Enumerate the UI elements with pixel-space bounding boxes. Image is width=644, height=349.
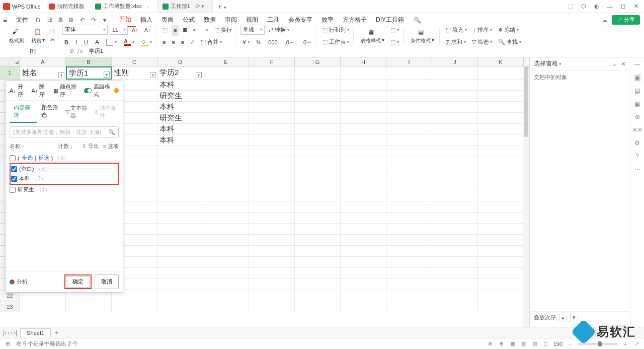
cell[interactable]: [66, 301, 112, 312]
cell[interactable]: [249, 91, 295, 102]
cell[interactable]: [203, 146, 249, 157]
cell[interactable]: [295, 168, 341, 179]
cell[interactable]: [249, 201, 295, 213]
cell[interactable]: [386, 235, 432, 246]
cell[interactable]: [157, 301, 203, 312]
filter-select-all[interactable]: (全选|反选) （6）: [10, 153, 119, 163]
export-button[interactable]: ⇩ 导出: [82, 143, 99, 150]
row-head-1[interactable]: 1: [0, 66, 20, 80]
bold-button[interactable]: B: [62, 37, 70, 48]
cell[interactable]: [341, 201, 386, 213]
cell[interactable]: [478, 157, 524, 168]
view-page-icon[interactable]: ▥: [520, 340, 527, 347]
cell[interactable]: [295, 301, 341, 312]
cell[interactable]: [478, 246, 524, 257]
cell[interactable]: [432, 246, 478, 257]
cell[interactable]: [432, 135, 478, 146]
filter-arrow-C1[interactable]: ▾: [150, 72, 156, 78]
col-J[interactable]: J: [432, 57, 478, 66]
adv-mode-toggle[interactable]: 高级模式: [84, 83, 119, 98]
cell[interactable]: [249, 113, 295, 124]
cell[interactable]: [295, 102, 341, 113]
cell[interactable]: [203, 102, 249, 113]
view-normal-icon[interactable]: ▦: [509, 340, 516, 347]
cell[interactable]: [478, 224, 524, 235]
filter-arrow-B1[interactable]: ▾: [104, 72, 110, 78]
rail-help-icon[interactable]: ?: [633, 152, 641, 160]
sort-desc-button[interactable]: A↑ 降序: [32, 83, 49, 98]
cell[interactable]: [295, 179, 341, 190]
sum-button[interactable]: ∑ 求和▾: [444, 37, 468, 48]
cell[interactable]: [295, 146, 341, 157]
cell[interactable]: [203, 201, 249, 213]
analyze-button[interactable]: 分析: [10, 278, 28, 286]
align-bottom-icon[interactable]: ≣: [181, 25, 189, 36]
rail-collapse-icon[interactable]: —: [633, 60, 641, 68]
cell[interactable]: [203, 168, 249, 179]
cell[interactable]: [386, 113, 432, 124]
preview-icon[interactable]: 🗎: [67, 16, 75, 24]
close-pane-icon[interactable]: ✕: [621, 60, 626, 67]
cell[interactable]: [341, 301, 386, 312]
cell[interactable]: [249, 124, 295, 135]
cell[interactable]: [249, 102, 295, 113]
cell[interactable]: [203, 80, 249, 91]
view-reader-icon[interactable]: ▤: [531, 340, 538, 347]
cell-A1[interactable]: 姓名▾: [20, 66, 66, 80]
cell[interactable]: [249, 157, 295, 168]
cell-B1[interactable]: 学历1▾: [66, 66, 112, 80]
col-B[interactable]: B: [66, 57, 112, 66]
filter-item-blank[interactable]: (空白) （3）: [11, 164, 117, 174]
cell[interactable]: [386, 213, 432, 224]
cell[interactable]: [157, 268, 203, 279]
cell[interactable]: [249, 190, 295, 201]
name-box[interactable]: [18, 48, 48, 54]
cell[interactable]: [249, 224, 295, 235]
paste-button[interactable]: 📋粘贴▾: [28, 28, 48, 44]
col-F[interactable]: F: [249, 57, 295, 66]
share-button[interactable]: ↗ 分享: [612, 15, 640, 25]
cell[interactable]: [203, 246, 249, 257]
cell[interactable]: [341, 190, 386, 201]
cell-C1[interactable]: 性别▾: [112, 66, 157, 80]
cell[interactable]: [478, 146, 524, 157]
cell[interactable]: [203, 279, 249, 290]
select-all-corner[interactable]: ◢: [0, 57, 20, 66]
color-sort-button[interactable]: ▦ 颜色排序: [53, 83, 79, 98]
vertical-scrollbar[interactable]: [523, 66, 529, 338]
cell[interactable]: [341, 224, 386, 235]
cell[interactable]: [249, 80, 295, 91]
redo-icon[interactable]: ↷: [90, 16, 98, 24]
doc-tab-templates[interactable]: 找稻壳模板: [44, 0, 90, 13]
cell[interactable]: [157, 168, 203, 179]
cell[interactable]: [341, 279, 386, 290]
cell[interactable]: [295, 113, 341, 124]
cell[interactable]: [295, 201, 341, 213]
cell[interactable]: [386, 290, 432, 301]
cell[interactable]: [386, 157, 432, 168]
cell[interactable]: [203, 257, 249, 268]
cell[interactable]: [432, 179, 478, 190]
dec-inc-icon[interactable]: .0←: [283, 37, 297, 48]
cell[interactable]: [478, 135, 524, 146]
wc-user-icon[interactable]: ◐: [591, 1, 603, 13]
item-checkbox[interactable]: [10, 187, 16, 193]
tab-extras[interactable]: ⟳ ▾: [192, 3, 207, 10]
cell[interactable]: [157, 257, 203, 268]
wc-app-icon[interactable]: ⬚: [565, 1, 577, 13]
cell[interactable]: [203, 124, 249, 135]
cell[interactable]: [432, 66, 478, 80]
cell-style-button[interactable]: ⬚▾: [388, 25, 401, 36]
sheet-nav-first-icon[interactable]: |‹: [3, 329, 7, 336]
rail-tools-icon[interactable]: ✕✕: [633, 126, 641, 134]
cell[interactable]: [295, 124, 341, 135]
cell[interactable]: [386, 224, 432, 235]
cell[interactable]: [203, 179, 249, 190]
col-H[interactable]: H: [341, 57, 386, 66]
cut-icon[interactable]: ✂: [49, 37, 56, 44]
cell[interactable]: [157, 235, 203, 246]
cell[interactable]: [432, 268, 478, 279]
cell[interactable]: [432, 201, 478, 213]
new-icon[interactable]: 🗋: [34, 16, 42, 24]
cell[interactable]: [432, 157, 478, 168]
